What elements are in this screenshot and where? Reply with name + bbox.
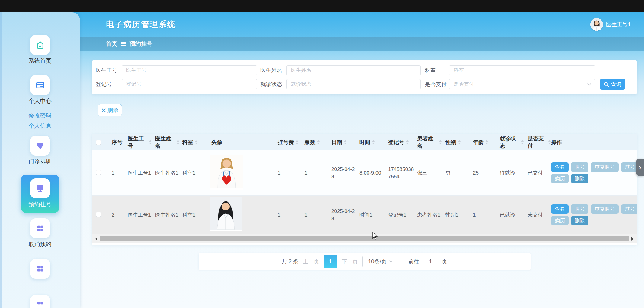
sort-icon[interactable] (406, 140, 409, 144)
call-button[interactable]: 叫号 (571, 204, 588, 214)
doctor-name-input[interactable] (286, 65, 421, 75)
col-department: 科室 (180, 139, 201, 146)
total-count: 共 2 条 (282, 258, 298, 265)
row-checkbox[interactable] (96, 170, 101, 175)
view-button[interactable]: 查看 (551, 204, 569, 214)
col-doctor-id: 医生工号 (123, 135, 152, 149)
goto-page-input[interactable] (424, 256, 437, 267)
scroll-left-arrow-icon[interactable] (95, 237, 97, 241)
pagination: 共 2 条 上一页 1 下一页 10条/页 前往 页 (199, 253, 531, 270)
col-time: 时间 (356, 139, 384, 146)
expand-panel-handle[interactable]: › (636, 159, 644, 176)
sort-icon[interactable] (149, 140, 152, 144)
sidebar-item-partial[interactable] (30, 295, 50, 308)
sidebar-item-label: 取消预约 (29, 241, 52, 248)
horizontal-scrollbar[interactable] (92, 234, 637, 243)
prev-page-button[interactable]: 上一页 (303, 258, 319, 265)
breadcrumb-home[interactable]: 首页 (106, 40, 117, 48)
sidebar-item-outpatient-schedule[interactable]: 门诊排班 (29, 136, 52, 165)
cell-paid: 未支付 (524, 211, 551, 218)
sort-icon[interactable] (485, 140, 488, 144)
sidebar-item-appointment-registration[interactable]: 预约挂号 (21, 175, 59, 213)
topbar (0, 0, 644, 12)
sort-icon[interactable] (439, 140, 442, 144)
brush-icon (30, 136, 50, 156)
cell-time: 时间1 (356, 211, 384, 218)
sidebar-item-call-info[interactable] (30, 259, 50, 281)
user-chip[interactable]: 医生工号1 (590, 18, 631, 31)
recall-button[interactable]: 重复叫号 (591, 162, 619, 172)
sort-icon[interactable] (372, 140, 375, 144)
cell-actions: 查看 叫号 重复叫号 过号 病历 删除 (551, 162, 637, 183)
doctor-id-input[interactable] (122, 65, 257, 75)
sort-icon[interactable] (295, 140, 298, 144)
grid-icon (30, 218, 50, 238)
chevron-down-icon (389, 260, 393, 263)
cell-gender: 男 (442, 169, 469, 176)
medical-record-button[interactable]: 病历 (551, 216, 569, 225)
sort-icon[interactable] (344, 140, 347, 144)
select-all-checkbox[interactable] (96, 140, 101, 145)
row-checkbox[interactable] (96, 212, 101, 217)
recall-button[interactable]: 重复叫号 (591, 204, 619, 214)
x-icon (102, 108, 106, 112)
call-button[interactable]: 叫号 (571, 162, 588, 172)
cell-reg-no: 1745850387554 (384, 166, 415, 180)
delete-selected-button[interactable]: 删除 (98, 104, 122, 116)
main-header: 电子病历管理系统 医生工号1 (80, 12, 644, 37)
col-date: 日期 (327, 139, 356, 146)
sidebar-item-cancel-appointment[interactable]: 取消预约 (29, 218, 52, 248)
cell-time: 8:00-9:00 (356, 170, 384, 176)
monitor-icon (30, 178, 50, 198)
sidebar-item-profile-center[interactable]: 个人中心 (29, 75, 52, 104)
reg-no-label: 登记号 (96, 81, 122, 88)
cell-fee: 1 (272, 212, 300, 218)
breadcrumb: 首页 预约挂号 (80, 37, 644, 51)
delete-button[interactable]: 删除 (571, 174, 588, 183)
col-seq: 序号 (106, 139, 123, 146)
sort-icon[interactable] (317, 140, 320, 144)
sort-icon[interactable] (195, 140, 198, 144)
sidebar-item-label: 个人中心 (29, 98, 52, 104)
sort-icon[interactable] (548, 140, 551, 144)
scrollbar-thumb[interactable] (100, 236, 629, 241)
department-input[interactable] (449, 65, 595, 75)
sidebar: 系统首页 个人中心 修改密码 个人信息 门诊排班 (0, 12, 80, 308)
page-size-select[interactable]: 10条/页 (362, 256, 398, 267)
sidebar-link-change-password[interactable]: 修改密码 (29, 112, 52, 119)
goto-label: 前往 (408, 258, 419, 265)
paid-label: 是否支付 (425, 81, 449, 88)
page-title: 电子病历管理系统 (106, 19, 176, 30)
sidebar-item-home[interactable]: 系统首页 (29, 35, 52, 64)
app-shell: 系统首页 个人中心 修改密码 个人信息 门诊排班 (0, 12, 644, 308)
sort-icon[interactable] (177, 140, 180, 144)
page-1-button[interactable]: 1 (324, 255, 337, 268)
paid-select[interactable] (449, 79, 595, 89)
col-visit-status: 就诊状态 (496, 135, 524, 149)
col-actions: 操作 (551, 139, 637, 146)
col-fee: 挂号费 (272, 139, 300, 146)
cell-age: 25 (469, 170, 496, 176)
delete-button[interactable]: 删除 (571, 216, 588, 225)
cell-age: 1 (469, 212, 496, 218)
sidebar-link-personal-info[interactable]: 个人信息 (29, 123, 52, 129)
skip-button[interactable]: 过号 (621, 204, 637, 214)
col-paid: 是否支付 (524, 135, 551, 149)
cell-fee: 1 (272, 170, 300, 176)
sort-icon[interactable] (521, 140, 524, 144)
view-button[interactable]: 查看 (551, 162, 569, 172)
cell-seq: 2 (106, 212, 123, 218)
cell-patient-name: 张三 (415, 169, 442, 176)
visit-status-input[interactable] (286, 79, 421, 89)
medical-record-button[interactable]: 病历 (551, 174, 569, 183)
skip-button[interactable]: 过号 (621, 162, 637, 172)
reg-no-input[interactable] (122, 79, 257, 89)
query-button[interactable]: 查询 (600, 79, 625, 90)
next-page-button[interactable]: 下一页 (342, 258, 358, 265)
sort-icon[interactable] (458, 140, 461, 144)
cell-reg-no: 登记号1 (384, 211, 415, 219)
cell-date: 2025-04-28 (327, 166, 356, 180)
col-age: 年龄 (469, 139, 496, 146)
scroll-right-arrow-icon[interactable] (631, 237, 634, 241)
chevron-right-icon: › (639, 163, 642, 171)
